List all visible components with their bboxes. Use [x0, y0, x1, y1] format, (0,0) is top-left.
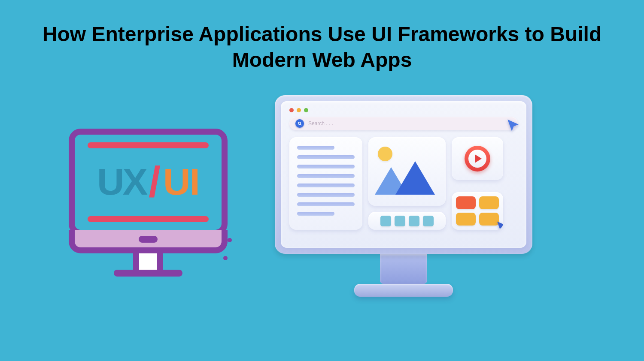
text-line — [297, 212, 334, 216]
text-line — [297, 184, 355, 187]
page-title: How Enterprise Applications Use UI Frame… — [0, 21, 644, 73]
text-line — [297, 146, 334, 150]
image-card — [368, 137, 446, 206]
thumbnail-row-card — [368, 212, 446, 230]
text-line — [297, 155, 355, 159]
monitor-neck — [380, 254, 427, 284]
app-tile — [456, 213, 476, 226]
cursor-icon — [506, 118, 520, 135]
thumbnail-tile — [395, 216, 405, 226]
maximize-dot-icon — [304, 108, 308, 112]
search-icon — [295, 119, 304, 128]
app-tile — [479, 196, 499, 209]
decorative-dot-icon — [223, 256, 228, 260]
text-line — [297, 193, 355, 197]
svg-point-0 — [298, 122, 301, 124]
svg-line-1 — [300, 124, 301, 125]
decorative-bar-top — [88, 142, 209, 148]
thumbnail-tile — [380, 216, 391, 226]
mountains-icon — [375, 160, 435, 195]
monitor-neck — [133, 253, 163, 270]
monitor-power-button-icon — [139, 236, 158, 243]
text-line — [297, 165, 355, 168]
text-content-card — [289, 137, 362, 230]
ux-label: UX — [97, 160, 146, 204]
slash: / — [149, 157, 161, 207]
search-placeholder: Search . . . — [308, 120, 333, 126]
window-traffic-lights — [289, 108, 518, 112]
content-grid — [289, 137, 518, 230]
app-tile — [456, 196, 476, 209]
monitor-frame: Search . . . — [275, 95, 532, 254]
monitor-chin — [69, 230, 228, 253]
minimize-dot-icon — [297, 108, 301, 112]
decorative-bar-bottom — [88, 216, 209, 222]
sun-icon — [378, 147, 392, 161]
text-line — [297, 202, 355, 206]
monitor-frame: UX / UI — [69, 129, 228, 236]
close-dot-icon — [289, 108, 294, 112]
play-button-icon — [465, 146, 490, 171]
text-line — [297, 174, 355, 178]
search-bar: Search . . . — [289, 117, 518, 130]
cursor-icon — [495, 220, 503, 230]
thumbnail-tile — [409, 216, 419, 226]
decorative-dot-icon — [228, 238, 232, 242]
app-grid-card — [452, 192, 503, 230]
ui-label: UI — [163, 160, 199, 204]
monitor-stand — [114, 270, 182, 277]
video-card — [452, 137, 503, 180]
monitor-stand — [354, 284, 453, 297]
thumbnail-tile — [423, 216, 434, 226]
browser-window: Search . . . — [281, 101, 526, 248]
web-app-monitor-illustration: Search . . . — [275, 95, 532, 300]
ux-ui-text: UX / UI — [75, 156, 222, 208]
ux-ui-monitor-illustration: UX / UI — [69, 129, 228, 279]
